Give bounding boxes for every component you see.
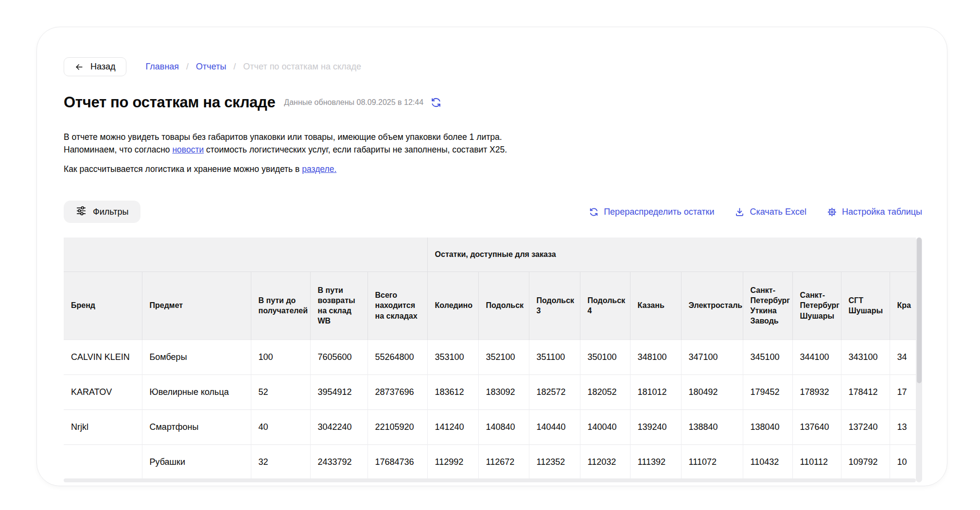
cell: 182052 xyxy=(580,374,630,409)
cell: Nrjkl xyxy=(64,409,142,444)
cell: 34 xyxy=(890,340,916,374)
column-header: Подольск 4 xyxy=(580,272,630,340)
download-excel-button[interactable]: Скачать Excel xyxy=(735,207,806,217)
cell: CALVIN KLEIN xyxy=(64,340,142,374)
news-link[interactable]: новости xyxy=(172,145,204,154)
cell: 112992 xyxy=(427,444,478,478)
column-header: В пути до получателей xyxy=(251,272,310,340)
cell: KARATOV xyxy=(64,374,142,409)
refresh-icon xyxy=(589,207,599,217)
cell: 138840 xyxy=(681,409,743,444)
cell: 351100 xyxy=(529,340,580,374)
column-header: Санкт-Петербург Шушары xyxy=(792,272,841,340)
report-card: Назад Главная / Отчеты / Отчет по остатк… xyxy=(36,27,947,486)
table-viewport: Остатки, доступные для заказаБрендПредме… xyxy=(64,238,916,478)
cell: 353100 xyxy=(427,340,478,374)
vertical-scrollbar[interactable] xyxy=(916,238,922,482)
cell: 3954912 xyxy=(310,374,368,409)
column-header: Бренд xyxy=(64,272,142,340)
column-header: СГТ Шушары xyxy=(841,272,890,340)
cell: 138040 xyxy=(743,409,792,444)
cell: 344100 xyxy=(792,340,841,374)
stock-table: Остатки, доступные для заказаБрендПредме… xyxy=(64,238,916,478)
cell: Рубашки xyxy=(142,444,251,478)
cell: 348100 xyxy=(630,340,681,374)
breadcrumb: Главная / Отчеты / Отчет по остаткам на … xyxy=(146,62,361,72)
cell: 28737696 xyxy=(368,374,427,409)
cell: 112032 xyxy=(580,444,630,478)
cell: 2433792 xyxy=(310,444,368,478)
cell: 52 xyxy=(251,374,310,409)
cell: 100 xyxy=(251,340,310,374)
arrow-left-icon xyxy=(74,62,84,72)
top-navigation: Назад Главная / Отчеты / Отчет по остатк… xyxy=(64,57,947,76)
cell: 17684736 xyxy=(368,444,427,478)
table-row: Рубашки322433792176847361129921126721123… xyxy=(64,444,916,478)
breadcrumb-reports[interactable]: Отчеты xyxy=(196,62,226,72)
group-header-available-stock: Остатки, доступные для заказа xyxy=(427,238,916,272)
breadcrumb-current: Отчет по остаткам на складе xyxy=(243,62,361,72)
cell: 141240 xyxy=(427,409,478,444)
table-settings-button[interactable]: Настройка таблицы xyxy=(827,207,922,217)
cell: 112352 xyxy=(529,444,580,478)
cell: 139240 xyxy=(630,409,681,444)
cell: 40 xyxy=(251,409,310,444)
section-link[interactable]: разделе. xyxy=(302,164,336,174)
cell: 32 xyxy=(251,444,310,478)
cell: 137240 xyxy=(841,409,890,444)
cell: 13 xyxy=(890,409,916,444)
column-header: Подольск xyxy=(478,272,529,340)
back-button-label: Назад xyxy=(90,62,116,72)
cell: 178412 xyxy=(841,374,890,409)
cell: 137640 xyxy=(792,409,841,444)
cell: 111072 xyxy=(681,444,743,478)
cell: 55264800 xyxy=(368,340,427,374)
cell: 179452 xyxy=(743,374,792,409)
intro-line-1: В отчете можно увидеть товары без габари… xyxy=(64,131,947,143)
column-header: Санкт-Петербург Уткина Заводь xyxy=(743,272,792,340)
column-header: Электросталь xyxy=(681,272,743,340)
cell: 180492 xyxy=(681,374,743,409)
cell: Смартфоны xyxy=(142,409,251,444)
horizontal-scrollbar[interactable] xyxy=(64,478,916,482)
cell: 17 xyxy=(890,374,916,409)
breadcrumb-separator: / xyxy=(186,62,189,72)
cell: 7605600 xyxy=(310,340,368,374)
cell: 181012 xyxy=(630,374,681,409)
cell: 10 xyxy=(890,444,916,478)
column-header: В пути возвраты на склад WB xyxy=(310,272,368,340)
group-header-spacer xyxy=(64,238,427,272)
redistribute-stock-button[interactable]: Перераспределить остатки xyxy=(589,207,714,217)
gear-icon xyxy=(827,207,837,217)
table-toolbar: Фильтры Перераспределить остатки xyxy=(64,201,922,223)
breadcrumb-home[interactable]: Главная xyxy=(146,62,179,72)
cell: 352100 xyxy=(478,340,529,374)
cell: 110432 xyxy=(743,444,792,478)
intro-text: В отчете можно увидеть товары без габари… xyxy=(64,131,947,156)
column-header: Всего находится на складах xyxy=(368,272,427,340)
cell: 183612 xyxy=(427,374,478,409)
cell: 183092 xyxy=(478,374,529,409)
intro-line-2: Напоминаем, что согласно новости стоимос… xyxy=(64,143,947,156)
back-button[interactable]: Назад xyxy=(64,57,126,76)
refresh-icon xyxy=(430,102,442,110)
cell: 140840 xyxy=(478,409,529,444)
cell: 182572 xyxy=(529,374,580,409)
cell: 343100 xyxy=(841,340,890,374)
cell: Ювелирные кольца xyxy=(142,374,251,409)
cell: 350100 xyxy=(580,340,630,374)
table-row: CALVIN KLEINБомберы100760560055264800353… xyxy=(64,340,916,374)
cell: 140440 xyxy=(529,409,580,444)
cell: 347100 xyxy=(681,340,743,374)
cell: 345100 xyxy=(743,340,792,374)
cell: 109792 xyxy=(841,444,890,478)
scrollbar-thumb[interactable] xyxy=(917,238,922,383)
filters-button[interactable]: Фильтры xyxy=(64,201,140,223)
refresh-data-button[interactable] xyxy=(430,97,442,108)
column-header: Казань xyxy=(630,272,681,340)
sliders-icon xyxy=(76,205,87,219)
column-header: Предмет xyxy=(142,272,251,340)
download-icon xyxy=(735,207,745,217)
column-header: Коледино xyxy=(427,272,478,340)
stock-table-area: Остатки, доступные для заказаБрендПредме… xyxy=(64,238,922,482)
